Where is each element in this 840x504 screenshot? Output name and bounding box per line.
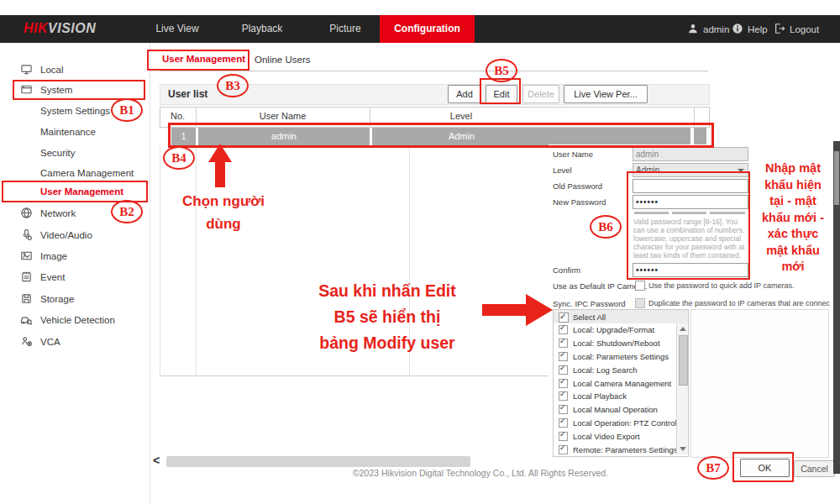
col-level: Level <box>370 111 553 121</box>
old-password-label: Old Password <box>553 181 602 191</box>
help-label: Help <box>748 24 768 34</box>
right-arrow-icon <box>526 294 553 326</box>
storage-icon <box>20 292 34 306</box>
note-line: bảng Modify user <box>291 330 483 356</box>
sidebar-item-image[interactable]: Image <box>0 247 150 265</box>
permission-item[interactable]: Local: Parameters Settings <box>554 350 676 364</box>
permission-checkbox[interactable] <box>559 379 568 388</box>
permission-item[interactable]: Local Video Export <box>554 429 676 443</box>
default-ip-desc: Use the password to quick add IP cameras… <box>648 281 830 290</box>
permission-checkbox[interactable] <box>559 325 568 334</box>
new-password-label: New Password <box>553 197 606 207</box>
permission-label: Local: Log Search <box>573 365 638 375</box>
sidebar-item-label: Video/Audio <box>40 230 92 240</box>
permission-item[interactable]: Remote: Parameters Settings <box>554 443 676 456</box>
permission-checkbox[interactable] <box>559 391 568 401</box>
scroll-thumb[interactable] <box>679 335 688 386</box>
permission-detail-panel <box>690 309 829 458</box>
sidebar-item-label: Maintenance <box>40 127 96 137</box>
hikvision-logo: HIKVISION <box>24 21 96 36</box>
add-button[interactable]: Add <box>448 85 481 103</box>
sidebar-item-label: Security <box>40 148 76 158</box>
permission-item[interactable]: Local: Shutdown/Reboot <box>554 337 676 350</box>
default-ip-checkbox[interactable] <box>635 281 645 291</box>
nav-help[interactable]: Help <box>732 15 768 43</box>
select-all-checkbox[interactable] <box>559 312 569 323</box>
note-line: dùng <box>156 213 291 235</box>
note-after-edit: Sau khi nhấn EditB5 sẽ hiển thịbảng Modi… <box>291 278 483 356</box>
nav-picture[interactable]: Picture <box>326 15 365 43</box>
scroll-up-icon[interactable] <box>680 327 686 331</box>
image-icon <box>20 249 34 263</box>
live-view-permission-button[interactable]: Live View Per... <box>564 85 648 103</box>
video-audio-icon <box>20 228 34 242</box>
right-arrow-shaft <box>482 304 526 316</box>
nav-playback[interactable]: Playback <box>238 15 286 43</box>
sidebar-item-video-audio[interactable]: Video/Audio <box>0 226 150 244</box>
permission-checkbox[interactable] <box>559 418 568 428</box>
sidebar-item-vca[interactable]: VCA <box>0 333 150 351</box>
sidebar-item-camera-management[interactable]: Camera Management <box>0 164 150 182</box>
level-label: Level <box>553 165 572 175</box>
permission-item[interactable]: Local: Upgrade/Format <box>554 323 676 337</box>
delete-button[interactable]: Delete <box>522 85 559 103</box>
permission-checkbox[interactable] <box>559 445 568 454</box>
tab-online-users[interactable]: Online Users <box>255 55 310 65</box>
nav-live-view[interactable]: Live View <box>151 15 203 43</box>
badge-b4: B4 <box>163 146 195 170</box>
user-name-field[interactable] <box>633 147 748 161</box>
note-line: mới <box>748 259 837 276</box>
badge-b2: B2 <box>111 200 143 223</box>
permission-checkbox[interactable] <box>559 432 568 441</box>
sidebar-item-security[interactable]: Security <box>0 144 150 162</box>
permission-checkbox[interactable] <box>559 405 568 414</box>
note-password: Nhập mậtkhẩu hiệntại - mậtkhẩu mới -xác … <box>748 160 837 276</box>
horizontal-scrollbar[interactable] <box>166 456 470 467</box>
badge-b5: B5 <box>486 59 517 82</box>
note-line: mật khẩu <box>748 243 837 260</box>
permission-item[interactable]: Local Operation: PTZ Control <box>554 417 676 430</box>
table-left-border <box>160 146 160 375</box>
permission-item[interactable]: Local Playback <box>554 390 676 403</box>
permission-checkbox[interactable] <box>559 339 568 348</box>
sidebar-item-maintenance[interactable]: Maintenance <box>0 123 150 141</box>
permission-item[interactable]: Local Manual Operation <box>554 403 676 417</box>
sidebar-item-storage[interactable]: Storage <box>0 290 150 308</box>
permission-scrollbar[interactable] <box>676 323 688 454</box>
note-line: khẩu mới - <box>748 210 837 227</box>
annotation-box-password <box>627 171 750 280</box>
permission-label: Local: Upgrade/Format <box>573 325 654 334</box>
permission-label: Local Manual Operation <box>573 405 658 414</box>
sidebar-item-label: Vehicle Detection <box>40 315 115 325</box>
note-line: khẩu hiện <box>748 177 837 194</box>
sync-ipc-checkbox[interactable] <box>635 298 645 308</box>
permission-item[interactable]: Local: Log Search <box>554 363 676 376</box>
note-line: Sau khi nhấn Edit <box>291 278 483 304</box>
table-body-line <box>196 146 197 375</box>
scroll-down-icon[interactable] <box>680 447 686 451</box>
permission-label: Local Operation: PTZ Control <box>573 418 677 428</box>
badge-b1: B1 <box>111 98 143 122</box>
note-select-user: Chọn ngườidùng <box>156 190 291 235</box>
permission-checkbox[interactable] <box>559 352 568 361</box>
annotation-box-tab <box>147 50 249 71</box>
permission-label: Local Video Export <box>573 432 640 441</box>
scroll-left-chevron[interactable]: < <box>153 454 160 467</box>
sidebar-item-label: VCA <box>40 337 60 347</box>
nav-user: admin <box>687 15 729 43</box>
tab-underline <box>160 71 708 71</box>
logo-vision: VISION <box>48 21 96 35</box>
cancel-button[interactable]: Cancel <box>794 460 835 477</box>
permission-checkbox[interactable] <box>559 365 568 375</box>
logo-hik: HIK <box>24 21 48 35</box>
sidebar-item-event[interactable]: Event <box>0 268 150 286</box>
nav-configuration[interactable]: Configuration <box>380 15 475 43</box>
sidebar-item-vehicle-detection[interactable]: Vehicle Detection <box>0 311 150 329</box>
note-line: Nhập mật <box>748 160 837 177</box>
sidebar-item-local[interactable]: Local <box>0 60 150 79</box>
table-bottom-border <box>160 375 549 376</box>
event-icon <box>20 270 34 284</box>
permission-item[interactable]: Local Camera Management <box>554 376 676 390</box>
nav-logout[interactable]: Logout <box>774 15 819 43</box>
confirm-label: Confirm <box>553 265 580 275</box>
